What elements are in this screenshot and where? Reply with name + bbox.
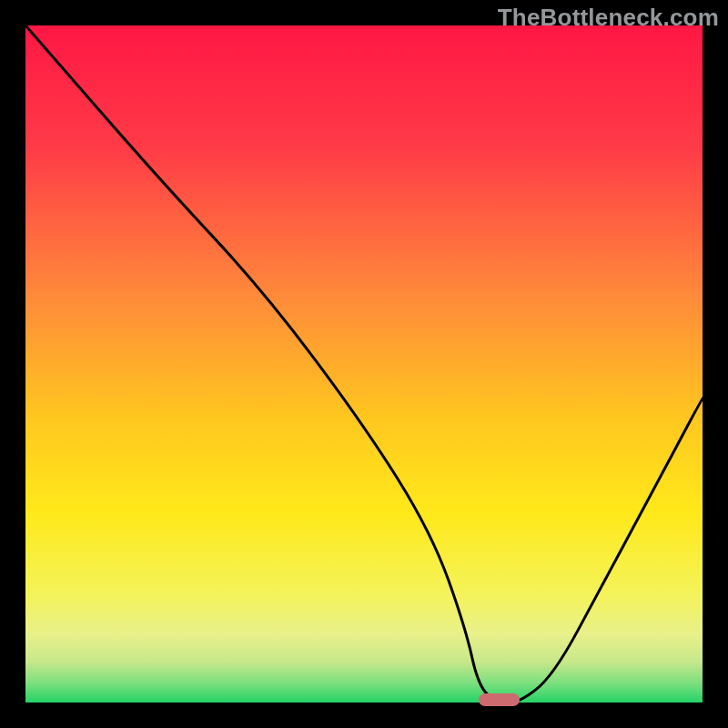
- chart-frame: TheBottleneck.com: [0, 0, 728, 728]
- heat-gradient-background: [25, 25, 703, 703]
- watermark-text: TheBottleneck.com: [498, 4, 719, 32]
- plot-area: [25, 25, 703, 703]
- optimal-range-marker: [479, 693, 520, 706]
